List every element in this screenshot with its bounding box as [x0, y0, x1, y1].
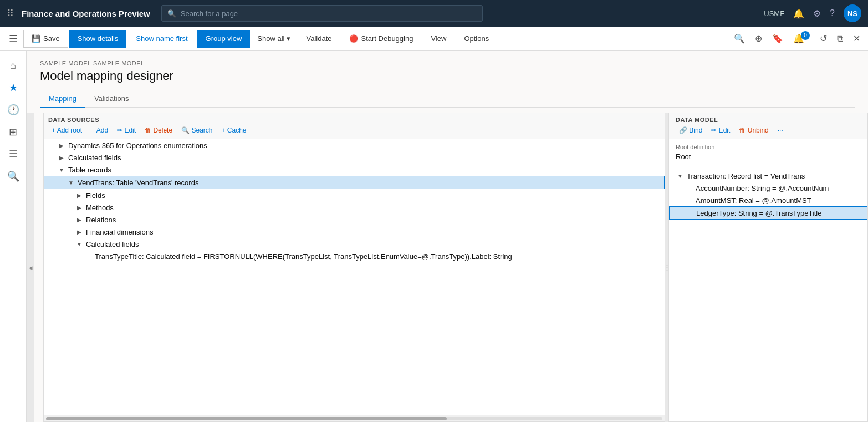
tab-mapping[interactable]: Mapping: [40, 90, 85, 108]
add-root-button[interactable]: + Add root: [48, 125, 85, 135]
data-model-tree: ▼ Transaction: Record list = VendTrans A…: [669, 167, 867, 421]
sidebar-workspaces[interactable]: ⊞: [3, 122, 23, 142]
gear-icon[interactable]: ⚙: [813, 8, 821, 19]
data-sources-toolbar: + Add root + Add ✏ Edit 🗑 Delete 🔍 Searc…: [48, 125, 660, 135]
expand-icon[interactable]: ▶: [57, 153, 66, 162]
page-header: SAMPLE MODEL SAMPLE MODEL Model mapping …: [27, 51, 868, 90]
hamburger-menu[interactable]: ☰: [4, 30, 22, 47]
search-icon: 🔍: [167, 9, 176, 18]
refresh-button[interactable]: ↺: [816, 31, 830, 46]
tree-item-vendtrans[interactable]: ▼ VendTrans: Table 'VendTrans' records: [44, 176, 665, 189]
tree-item[interactable]: ▼ Calculated fields: [44, 238, 665, 250]
group-view-button[interactable]: Group view: [197, 30, 251, 48]
spacer: [685, 209, 694, 217]
tree-item[interactable]: ▶ Dynamics 365 for Operations enumeratio…: [44, 139, 665, 151]
sidebar-recent[interactable]: 🕐: [3, 100, 23, 120]
expand-icon[interactable]: ▶: [57, 141, 66, 150]
edit-button[interactable]: ✏ Edit: [114, 125, 139, 135]
spacer: [685, 184, 693, 192]
sidebar-modules[interactable]: ☰: [3, 144, 23, 164]
help-icon[interactable]: ?: [830, 8, 835, 18]
tree-item[interactable]: ▶ Calculated fields: [44, 151, 665, 164]
bottom-scrollbar[interactable]: [44, 415, 665, 421]
edit-dm-button[interactable]: ✏ Edit: [708, 125, 733, 135]
tabs: Mapping Validations: [40, 90, 855, 108]
spacer: [84, 252, 93, 261]
show-name-first-button[interactable]: Show name first: [127, 30, 196, 48]
open-new-window-button[interactable]: ⧉: [834, 32, 846, 46]
root-definition-section: Root definition Root: [669, 139, 867, 167]
root-def-label: Root definition: [676, 144, 861, 150]
avatar[interactable]: NS: [844, 4, 861, 22]
top-nav: ⠿ Finance and Operations Preview 🔍 USMF …: [0, 0, 868, 27]
data-model-header: DATA MODEL 🔗 Bind ✏ Edit 🗑 Unbind ···: [669, 113, 867, 139]
data-model-panel: DATA MODEL 🔗 Bind ✏ Edit 🗑 Unbind ··· Ro…: [668, 113, 868, 422]
dm-tree-item-amountmst[interactable]: AmountMST: Real = @.AmountMST: [669, 194, 867, 206]
validate-button[interactable]: Validate: [298, 30, 340, 48]
sidebar-home[interactable]: ⌂: [3, 55, 23, 75]
expand-icon[interactable]: ▼: [676, 171, 685, 180]
bell-icon[interactable]: 🔔: [793, 8, 804, 19]
expand-icon[interactable]: ▼: [75, 240, 84, 248]
data-model-title: DATA MODEL: [676, 116, 861, 123]
search-bar[interactable]: 🔍: [161, 5, 483, 22]
expand-icon[interactable]: ▼: [67, 178, 75, 187]
expand-icon[interactable]: ▶: [75, 227, 84, 236]
sidebar-favorites[interactable]: ★: [3, 78, 23, 98]
save-button[interactable]: 💾 Save: [23, 30, 68, 48]
close-button[interactable]: ✕: [850, 31, 864, 46]
tree-item[interactable]: ▶ Financial dimensions: [44, 226, 665, 238]
add-button[interactable]: + Add: [88, 125, 111, 135]
options-button[interactable]: Options: [456, 30, 497, 48]
show-details-button[interactable]: Show details: [69, 30, 127, 48]
data-sources-title: DATA SOURCES: [48, 116, 660, 123]
expand-icon[interactable]: ▶: [75, 203, 84, 212]
sidebar-filter[interactable]: 🔍: [3, 166, 23, 186]
content-wrapper: ⌂ ★ 🕐 ⊞ ☰ 🔍 SAMPLE MODEL SAMPLE MODEL Mo…: [0, 51, 868, 422]
unbind-button[interactable]: 🗑 Unbind: [736, 125, 772, 135]
notification-count-button[interactable]: 🔔0: [790, 31, 813, 46]
personalize-icon[interactable]: ⊕: [752, 31, 765, 46]
save-icon: 💾: [32, 34, 40, 43]
bookmark-icon[interactable]: 🔖: [769, 31, 787, 46]
expand-icon[interactable]: ▼: [57, 165, 66, 174]
debug-icon: 🔴: [349, 34, 358, 43]
toolbar-right: 🔍 ⊕ 🔖 🔔0 ↺ ⧉ ✕: [731, 31, 864, 46]
tree-item[interactable]: ▶ Relations: [44, 213, 665, 226]
start-debugging-button[interactable]: 🔴 Start Debugging: [341, 30, 421, 48]
left-sidebar: ⌂ ★ 🕐 ⊞ ☰ 🔍: [0, 51, 27, 422]
page-title: Model mapping designer: [40, 69, 855, 83]
top-nav-right: USMF 🔔 ⚙ ? NS: [764, 4, 861, 22]
org-label: USMF: [764, 9, 784, 18]
bind-button[interactable]: 🔗 Bind: [676, 125, 706, 135]
more-button[interactable]: ···: [774, 125, 787, 135]
data-sources-tree: ▶ Dynamics 365 for Operations enumeratio…: [44, 139, 665, 415]
app-grid-icon[interactable]: ⠿: [7, 7, 14, 19]
search-input[interactable]: [181, 9, 477, 18]
show-all-button[interactable]: Show all ▾: [251, 30, 297, 48]
left-collapse-handle[interactable]: ◂: [27, 113, 34, 422]
app-title: Finance and Operations Preview: [22, 9, 150, 18]
view-button[interactable]: View: [422, 30, 455, 48]
dm-tree-item-ledgertype[interactable]: LedgerType: String = @.TransTypeTitle: [669, 206, 867, 220]
search-button[interactable]: 🔍 Search: [178, 125, 216, 135]
tree-item[interactable]: ▶ Methods: [44, 201, 665, 213]
tab-validations[interactable]: Validations: [85, 90, 138, 108]
data-sources-header: DATA SOURCES + Add root + Add ✏ Edit 🗑 D…: [44, 113, 665, 139]
expand-icon[interactable]: ▶: [75, 191, 84, 200]
scroll-thumb[interactable]: [46, 417, 447, 420]
dm-tree-item-accountnumber[interactable]: AccountNumber: String = @.AccountNum: [669, 182, 867, 194]
spacer: [685, 196, 693, 205]
panel-area: ◂ DATA SOURCES + Add root + Add ✏ Edit 🗑…: [27, 113, 868, 422]
tree-item[interactable]: ▼ Table records: [44, 164, 665, 176]
cache-button[interactable]: + Cache: [218, 125, 249, 135]
search-toolbar-button[interactable]: 🔍: [731, 31, 748, 46]
delete-button[interactable]: 🗑 Delete: [141, 125, 176, 135]
dm-tree-item-transaction[interactable]: ▼ Transaction: Record list = VendTrans: [669, 170, 867, 182]
toolbar: ☰ 💾 Save Show details Show name first Gr…: [0, 27, 868, 51]
scroll-track[interactable]: [46, 417, 662, 420]
tree-item-transtypetitle[interactable]: TransTypeTitle: Calculated field = FIRST…: [44, 250, 665, 262]
data-model-toolbar: 🔗 Bind ✏ Edit 🗑 Unbind ···: [676, 125, 861, 135]
expand-icon[interactable]: ▶: [75, 215, 84, 224]
tree-item[interactable]: ▶ Fields: [44, 189, 665, 201]
